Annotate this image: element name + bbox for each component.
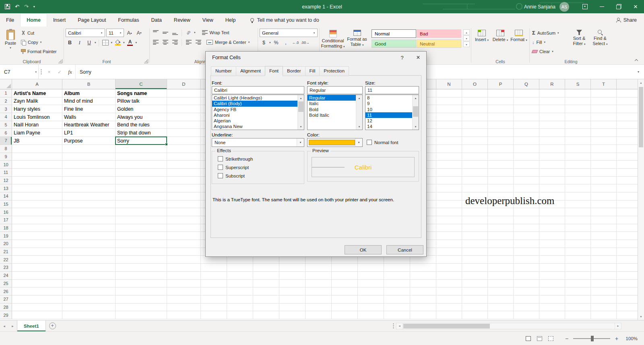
cut-button[interactable]: Cut bbox=[20, 29, 58, 37]
cell-B19[interactable] bbox=[62, 232, 116, 240]
cell-R16[interactable] bbox=[539, 208, 565, 216]
font-name-select[interactable]: Calibri▾ bbox=[66, 29, 105, 37]
insert-cells-button[interactable]: Insert ▾ bbox=[473, 28, 491, 42]
cell-I25[interactable] bbox=[305, 280, 332, 288]
cell-O7[interactable] bbox=[462, 137, 488, 145]
cell-S17[interactable] bbox=[565, 216, 591, 224]
cell-H24[interactable] bbox=[279, 272, 305, 280]
row-header-28[interactable]: 28 bbox=[0, 304, 12, 312]
cell-A17[interactable] bbox=[12, 216, 62, 224]
cell-style-bad[interactable]: Bad bbox=[417, 29, 461, 38]
dialog-tab-protection[interactable]: Protection bbox=[319, 66, 349, 76]
cell-D19[interactable] bbox=[167, 232, 201, 240]
cell-M22[interactable] bbox=[410, 256, 436, 264]
font-list-option[interactable]: Algerian bbox=[212, 118, 297, 124]
cell-D16[interactable] bbox=[167, 208, 201, 216]
column-header-P[interactable]: P bbox=[488, 79, 514, 89]
comma-style-button[interactable]: , bbox=[282, 39, 290, 47]
cell-F26[interactable] bbox=[227, 287, 253, 295]
cell-P1[interactable] bbox=[488, 89, 514, 97]
cell-D5[interactable] bbox=[167, 121, 201, 129]
cell-S26[interactable] bbox=[565, 287, 591, 295]
subscript-checkbox[interactable]: Subscript bbox=[218, 173, 245, 178]
cell-N16[interactable] bbox=[436, 208, 462, 216]
font-list-option[interactable]: Aharoni bbox=[212, 112, 297, 118]
cell-C12[interactable] bbox=[116, 177, 167, 185]
cell-T13[interactable] bbox=[591, 184, 617, 192]
cell-R6[interactable] bbox=[539, 129, 565, 137]
cell-D13[interactable] bbox=[167, 184, 201, 192]
cell-B24[interactable] bbox=[62, 272, 116, 280]
cell-C4[interactable]: Always you bbox=[116, 113, 167, 121]
cell-A1[interactable]: Artist's Name bbox=[12, 89, 62, 97]
cell-E22[interactable] bbox=[201, 256, 227, 264]
cell-R29[interactable] bbox=[539, 311, 565, 319]
cell-S23[interactable] bbox=[565, 264, 591, 272]
zoom-slider[interactable] bbox=[573, 338, 610, 339]
cell-R26[interactable] bbox=[539, 287, 565, 295]
cell-O25[interactable] bbox=[462, 280, 488, 288]
row-header-25[interactable]: 25 bbox=[0, 280, 12, 288]
cell-D12[interactable] bbox=[167, 177, 201, 185]
cell-S2[interactable] bbox=[565, 97, 591, 105]
cell-T23[interactable] bbox=[591, 264, 617, 272]
column-header-A[interactable]: A bbox=[12, 79, 62, 89]
column-header-N[interactable]: N bbox=[436, 79, 462, 89]
cell-C3[interactable]: Golden bbox=[116, 105, 167, 113]
format-painter-button[interactable]: Format Painter bbox=[20, 48, 58, 55]
close-button[interactable]: × bbox=[627, 0, 644, 13]
cell-B2[interactable]: Mind of mind bbox=[62, 97, 116, 105]
cell-P5[interactable] bbox=[488, 121, 514, 129]
cell-A20[interactable] bbox=[12, 240, 62, 248]
cell-C5[interactable]: Bend the rules bbox=[116, 121, 167, 129]
cell-T3[interactable] bbox=[591, 105, 617, 113]
cell-B20[interactable] bbox=[62, 240, 116, 248]
cell-A11[interactable] bbox=[12, 169, 62, 177]
cell-A12[interactable] bbox=[12, 177, 62, 185]
menu-tab-data[interactable]: Data bbox=[145, 13, 167, 27]
user-avatar[interactable]: AS bbox=[559, 2, 569, 12]
cell-D1[interactable] bbox=[167, 89, 201, 97]
cell-R8[interactable] bbox=[539, 145, 565, 153]
cell-C16[interactable] bbox=[116, 208, 167, 216]
cell-P2[interactable] bbox=[488, 97, 514, 105]
dialog-tab-alignment[interactable]: Alignment bbox=[236, 66, 265, 76]
cell-P26[interactable] bbox=[488, 287, 514, 295]
cell-T7[interactable] bbox=[591, 137, 617, 145]
cell-Q21[interactable] bbox=[514, 248, 539, 256]
cell-D21[interactable] bbox=[167, 248, 201, 256]
cell-C7[interactable]: Sorry bbox=[116, 137, 167, 145]
cell-R13[interactable] bbox=[539, 184, 565, 192]
cell-B9[interactable] bbox=[62, 153, 116, 161]
cell-T6[interactable] bbox=[591, 129, 617, 137]
cell-D11[interactable] bbox=[167, 169, 201, 177]
cell-J24[interactable] bbox=[332, 272, 358, 280]
font-style-list-option[interactable]: Italic bbox=[308, 101, 356, 106]
cell-N21[interactable] bbox=[436, 248, 462, 256]
italic-button[interactable]: I bbox=[75, 39, 84, 47]
cell-A15[interactable] bbox=[12, 200, 62, 209]
decrease-decimal-button[interactable]: .00→ bbox=[301, 39, 310, 47]
row-header-2[interactable]: 2 bbox=[0, 97, 12, 105]
cell-P12[interactable] bbox=[488, 177, 514, 185]
cell-B10[interactable] bbox=[62, 161, 116, 169]
dialog-tab-border[interactable]: Border bbox=[283, 66, 305, 76]
cell-N22[interactable] bbox=[436, 256, 462, 264]
cell-S19[interactable] bbox=[565, 232, 591, 240]
select-all-corner[interactable] bbox=[0, 79, 12, 89]
cell-A27[interactable] bbox=[12, 295, 62, 304]
number-format-dropdown-icon[interactable]: ▾ bbox=[311, 31, 317, 35]
cell-G27[interactable] bbox=[253, 295, 279, 304]
cell-R25[interactable] bbox=[539, 280, 565, 288]
font-color-dropdown-arrow[interactable]: ▾ bbox=[136, 41, 137, 44]
dialog-tab-number[interactable]: Number bbox=[211, 66, 236, 76]
cell-N17[interactable] bbox=[436, 216, 462, 224]
cell-A29[interactable] bbox=[12, 311, 62, 319]
cell-F22[interactable] bbox=[227, 256, 253, 264]
size-list-option[interactable]: 14 bbox=[365, 124, 412, 129]
cell-Q6[interactable] bbox=[514, 129, 539, 137]
row-header-14[interactable]: 14 bbox=[0, 192, 12, 200]
cell-P20[interactable] bbox=[488, 240, 514, 248]
restore-button[interactable] bbox=[610, 0, 627, 13]
cell-D14[interactable] bbox=[167, 192, 201, 200]
